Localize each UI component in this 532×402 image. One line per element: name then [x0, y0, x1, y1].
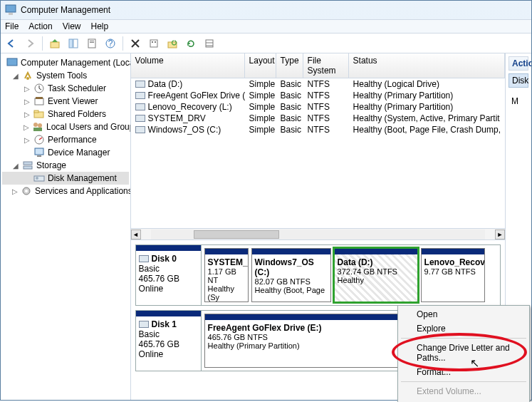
volume-row[interactable]: Lenovo_Recovery (L:)SimpleBasicNTFSHealt…	[131, 101, 505, 113]
ctx-separator	[401, 381, 526, 382]
ctx-explore[interactable]: Explore	[400, 321, 528, 336]
svg-point-16	[26, 77, 29, 80]
svg-point-33	[25, 190, 28, 192]
disk-icon	[139, 321, 149, 328]
refresh-button[interactable]	[183, 36, 199, 51]
list-button[interactable]	[202, 36, 217, 51]
actions-item-disk[interactable]: Disk M	[508, 73, 528, 88]
tree-shared-folders[interactable]: ▷Shared Folders	[2, 108, 129, 120]
menu-view[interactable]: View	[63, 21, 81, 31]
tree-event-viewer[interactable]: ▷Event Viewer	[2, 95, 129, 108]
scroll-right-arrow[interactable]: ►	[495, 230, 505, 239]
svg-rect-26	[35, 148, 43, 155]
svg-rect-12	[155, 41, 156, 43]
volume-row[interactable]: Data (D:)SimpleBasicNTFSHealthy (Logical…	[131, 78, 505, 90]
ctx-shrink-volume: Shrink Volume...	[400, 398, 528, 402]
svg-rect-27	[37, 155, 41, 157]
nav-tree: Computer Management (Local ◢System Tools…	[1, 53, 131, 400]
ctx-open[interactable]: Open	[400, 307, 528, 321]
titlebar: Computer Management	[1, 1, 531, 19]
ctx-change-drive-letter[interactable]: Change Drive Letter and Paths...	[400, 341, 528, 365]
window-title: Computer Management	[21, 5, 110, 15]
svg-rect-4	[73, 39, 78, 48]
volume-list-header[interactable]: Volume Layout Type File System Status	[131, 53, 505, 78]
ctx-extend-volume: Extend Volume...	[400, 384, 528, 398]
ctx-format[interactable]: Format...	[400, 365, 528, 379]
partition[interactable]: Data (D:)372.74 GB NTFSHealthy	[334, 248, 418, 302]
volume-list: Volume Layout Type File System Status Da…	[131, 53, 505, 240]
tree-services-apps[interactable]: ▷Services and Applications	[2, 185, 129, 197]
options-button[interactable]	[165, 36, 180, 51]
svg-rect-24	[33, 128, 42, 131]
tree-performance[interactable]: ▷Performance	[2, 133, 129, 146]
svg-rect-18	[35, 98, 43, 105]
svg-rect-10	[150, 40, 157, 47]
svg-point-23	[38, 123, 42, 128]
help-button[interactable]: ?	[103, 36, 118, 51]
svg-rect-28	[24, 162, 32, 165]
col-status[interactable]: Status	[349, 53, 505, 78]
ctx-separator	[401, 338, 526, 339]
svg-rect-7	[90, 42, 94, 43]
partition[interactable]: Lenovo_Recove9.77 GB NTFS	[421, 248, 485, 302]
tree-disk-management[interactable]: Disk Management	[2, 172, 129, 185]
tree-local-users[interactable]: ▷Local Users and Groups	[2, 120, 129, 133]
forward-button[interactable]	[22, 36, 38, 51]
up-button[interactable]	[47, 36, 63, 51]
tree-storage[interactable]: ◢Storage	[2, 159, 129, 172]
svg-rect-2	[51, 42, 59, 48]
disk-info[interactable]: Disk 1Basic465.76 GBOnline	[136, 311, 202, 371]
volume-row[interactable]: FreeAgent GoFlex Drive (E:)SimpleBasicNT…	[131, 90, 505, 101]
menu-help[interactable]: Help	[91, 21, 109, 31]
scroll-thumb[interactable]	[194, 230, 279, 239]
svg-point-22	[33, 123, 38, 127]
menu-file[interactable]: File	[5, 21, 19, 31]
col-filesystem[interactable]: File System	[303, 53, 349, 78]
svg-rect-6	[90, 41, 94, 41]
menubar: File Action View Help	[1, 19, 531, 34]
actions-header: Action	[508, 56, 528, 71]
scroll-left-arrow[interactable]: ◄	[131, 230, 141, 239]
horizontal-scrollbar[interactable]: ◄ ►	[131, 228, 505, 239]
show-hide-tree-button[interactable]	[66, 36, 81, 51]
svg-rect-3	[69, 39, 73, 48]
col-type[interactable]: Type	[276, 53, 303, 78]
settings-button[interactable]	[146, 36, 162, 51]
col-layout[interactable]: Layout	[245, 53, 276, 78]
partition[interactable]: Windows7_OS (C:)82.07 GB NTFSHealthy (Bo…	[251, 248, 331, 302]
actions-item-more[interactable]: M	[508, 95, 528, 108]
svg-rect-21	[34, 110, 38, 113]
delete-button[interactable]	[127, 36, 143, 51]
app-icon	[5, 4, 16, 16]
svg-rect-29	[24, 166, 32, 169]
svg-rect-15	[7, 58, 17, 66]
toolbar: ?	[1, 34, 531, 53]
back-button[interactable]	[4, 36, 19, 51]
tree-device-manager[interactable]: Device Manager	[2, 146, 129, 159]
menu-action[interactable]: Action	[28, 21, 52, 31]
context-menu: Open Explore Change Drive Letter and Pat…	[397, 305, 530, 402]
col-volume[interactable]: Volume	[131, 53, 245, 78]
tree-task-scheduler[interactable]: ▷Task Scheduler	[2, 82, 129, 95]
properties-button[interactable]	[84, 36, 100, 51]
drive-icon	[135, 92, 145, 99]
disk-info[interactable]: Disk 0Basic465.76 GBOnline	[136, 245, 202, 305]
volume-row[interactable]: Windows7_OS (C:)SimpleBasicNTFSHealthy (…	[131, 124, 505, 135]
svg-rect-11	[152, 41, 153, 43]
svg-rect-5	[88, 39, 95, 48]
svg-point-31	[36, 177, 38, 180]
disk-icon	[139, 255, 149, 262]
svg-text:?: ?	[108, 38, 113, 48]
svg-rect-0	[6, 5, 16, 12]
svg-rect-1	[9, 13, 13, 15]
drive-icon	[135, 103, 145, 110]
drive-icon	[135, 115, 145, 122]
volume-row[interactable]: SYSTEM_DRVSimpleBasicNTFSHealthy (System…	[131, 113, 505, 124]
tree-root[interactable]: Computer Management (Local	[2, 56, 129, 69]
drive-icon	[135, 126, 145, 133]
disk-row: Disk 0Basic465.76 GBOnlineSYSTEM_D1.17 G…	[135, 244, 501, 306]
svg-rect-19	[36, 97, 43, 99]
partition[interactable]: SYSTEM_D1.17 GB NTHealthy (Sy	[204, 248, 249, 302]
tree-system-tools[interactable]: ◢System Tools	[2, 69, 129, 82]
drive-icon	[135, 81, 145, 88]
